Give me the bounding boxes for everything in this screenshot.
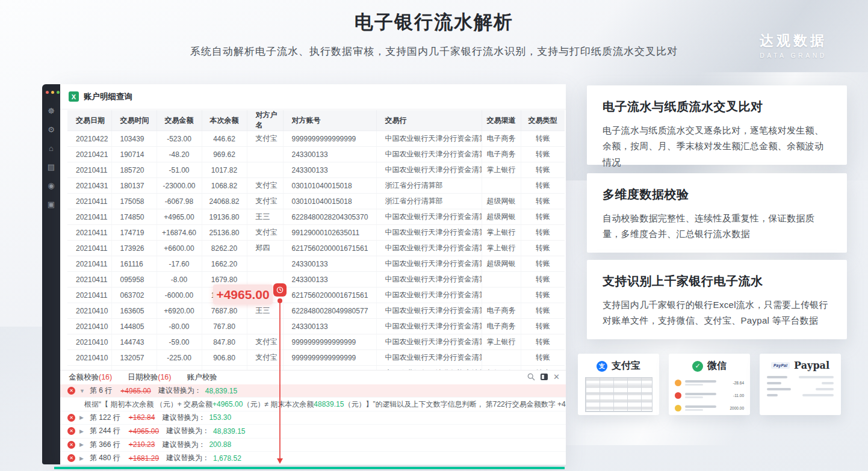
table-cell: 132057 <box>111 350 157 366</box>
report-icon[interactable]: ▤ <box>48 163 55 171</box>
table-cell: +6600.00 <box>157 241 202 256</box>
table-cell: -6000.00 <box>157 288 202 303</box>
suggested-amount: 153.30 <box>209 413 231 422</box>
table-cell: 支付宝 <box>247 194 283 209</box>
table-row[interactable]: 20210410113812-1000.001131.80243300133中国… <box>67 366 565 371</box>
table-cell: 转账 <box>521 209 565 225</box>
page-subtitle: 系统自动解析电子流水、执行数据审核，支持国内几千家银行流水识别，支持与打印纸质流… <box>0 45 868 58</box>
table-row[interactable]: 20210411161116-17.601662.20243300133中国农业… <box>67 256 565 272</box>
suggested-amount: 48,839.15 <box>205 387 237 395</box>
app-sidebar: ☸⚙⌂▤◉▣ <box>42 84 60 464</box>
table-cell: 中国农业银行天津分行资金清算中心 <box>376 225 482 241</box>
close-window-icon[interactable] <box>46 91 49 94</box>
caret-icon[interactable]: ▼ <box>79 388 85 394</box>
wechat-amount: -11.00 <box>733 393 744 398</box>
validation-item[interactable]: ✕▶第 122 行+162.84建议替换为：153.30 <box>60 411 566 425</box>
panel-layout-icon[interactable] <box>541 374 548 380</box>
feature-body: 电子流水与纸质流水交叉逐条比对，逐笔核对发生额、余额，按周、月、季末核对发生额汇… <box>603 123 831 170</box>
table-row[interactable]: 20210410163605+6920.007687.80王三622848002… <box>67 303 565 319</box>
table-row[interactable]: 20210411175058-6067.9824068.82支付宝0301010… <box>67 194 565 209</box>
caret-icon[interactable]: ▶ <box>79 428 85 434</box>
table-cell: 9999999999999999 <box>283 350 376 366</box>
table-cell: 095958 <box>111 272 157 288</box>
excel-file-icon: X <box>69 91 79 102</box>
table-cell: 446.62 <box>202 131 247 147</box>
table-cell: 转账 <box>521 350 565 366</box>
suggest-label: 建议替换为： <box>166 453 209 463</box>
table-cell: 中国农业银行天津分行资金清算中心 <box>376 366 482 371</box>
close-panel-icon[interactable]: ✕ <box>553 373 560 381</box>
table-row[interactable]: 20210411185720-51.001017.82243300133中国农业… <box>67 162 565 178</box>
table-row[interactable]: 20210410144743-59.00847.80支付宝99999999999… <box>67 334 565 350</box>
table-cell <box>482 288 521 303</box>
brand-logo: 达观数据 DATA GRAND <box>760 31 827 59</box>
table-row[interactable]: 20210411174719+16874.6025136.80支付宝991290… <box>67 225 565 241</box>
minimize-window-icon[interactable] <box>51 91 54 94</box>
table-cell: 中国农业银行天津分行资金清算中心 <box>376 147 482 162</box>
table-cell: 24068.82 <box>202 194 247 209</box>
brand-logo-en: DATA GRAND <box>760 52 827 59</box>
feature-title: 电子流水与纸质流水交叉比对 <box>603 99 831 115</box>
table-cell: 中国农业银行天津分行资金清算中心 <box>376 350 482 366</box>
table-cell: 20210411 <box>67 256 111 272</box>
table-cell: 19136.80 <box>202 209 247 225</box>
table-cell <box>247 256 283 272</box>
validation-tab[interactable]: 日期校验(16) <box>128 372 171 383</box>
validation-tab[interactable]: 金额校验(16) <box>69 372 112 383</box>
validation-item[interactable]: ✕▶第 366 行+210.23建议替换为：200.88 <box>60 439 566 452</box>
validation-row-label: 第 6 行 <box>90 386 112 396</box>
validation-tab[interactable]: 账户校验 <box>187 372 217 383</box>
table-cell: 243300133 <box>283 256 376 272</box>
feature-title: 支持识别上千家银行电子流水 <box>603 273 831 289</box>
validation-item[interactable]: ✕▶第 244 行+4965.00建议替换为：48,839.15 <box>60 425 566 438</box>
table-cell: 847.80 <box>202 334 247 350</box>
window-controls[interactable] <box>42 84 60 94</box>
table-row[interactable]: 20210410132057-225.00906.80支付宝9999999999… <box>67 350 565 366</box>
table-cell: 20210411 <box>67 225 111 241</box>
table-row[interactable]: 20210411174850+4965.0019136.80王三62284800… <box>67 209 565 225</box>
search-icon[interactable] <box>527 373 535 381</box>
caret-icon[interactable]: ▶ <box>79 414 85 420</box>
coin-icon[interactable]: ◉ <box>48 182 54 189</box>
gear-icon[interactable]: ⚙ <box>48 126 55 134</box>
table-cell: 6228480028049980577 <box>283 303 376 319</box>
table-cell: 9999999999999999 <box>283 334 376 350</box>
table-row[interactable]: 20210411063702-6000.001687.80郑四621756020… <box>67 288 565 303</box>
table-cell: 中国农业银行天津分行资金清算中心 <box>376 131 482 147</box>
validation-item[interactable]: ✕▼第 6 行+4965.00建议替换为：48,839.15 <box>60 384 566 398</box>
tab-label: 日期校验 <box>128 373 158 381</box>
table-cell: 063702 <box>111 288 157 303</box>
home-icon[interactable]: ⌂ <box>49 144 54 152</box>
dashboard-icon[interactable]: ☸ <box>48 107 55 115</box>
wechat-amount: -28.64 <box>733 381 744 385</box>
table-cell: 103439 <box>111 131 157 147</box>
archive-icon[interactable]: ▣ <box>48 200 55 208</box>
wechat-text-placeholder <box>685 405 730 411</box>
table-cell: 中国农业银行天津分行资金清算中心 <box>376 209 482 225</box>
feature-card-multi-dimension: 多维度数据校验 自动校验数据完整性、连续性及重复性，保证数据质量，多维度合并、汇… <box>587 173 847 253</box>
table-row[interactable]: 20210411173926+6600.008262.20郑四621756020… <box>67 241 565 256</box>
table-cell <box>247 147 283 162</box>
table-cell: 243300133 <box>283 162 376 178</box>
table-cell: 20210410 <box>67 334 111 350</box>
table-row[interactable]: 20210431180137-23000.001068.82支付宝0301010… <box>67 178 565 194</box>
wechat-merchant-icon <box>675 380 681 386</box>
table-cell: 243300133 <box>283 147 376 162</box>
table-cell: 转账 <box>521 319 565 334</box>
maximize-window-icon[interactable] <box>57 91 60 94</box>
table-row[interactable]: 20210422103439-523.00446.62支付宝9999999999… <box>67 131 565 147</box>
tab-count: (16) <box>99 373 112 381</box>
wechat-card: ✓ 微信 -28.64-11.002000.00 <box>669 354 750 415</box>
table-row[interactable]: 20210421190714-48.20969.62243300133中国农业银… <box>67 147 565 162</box>
alert-clock-icon[interactable] <box>273 283 287 297</box>
caret-icon[interactable]: ▶ <box>79 455 85 461</box>
table-cell: 161116 <box>111 256 157 272</box>
validation-item[interactable]: ✕▶第 480 行+1681.29建议替换为：1,678.52 <box>60 452 566 465</box>
tab-label: 金额校验 <box>69 373 99 381</box>
table-row[interactable]: 20210410144805-80.00767.80243300133中国农业银… <box>67 319 565 334</box>
table-row[interactable]: 20210411095958-8.001679.80243300133中国农业银… <box>67 272 565 288</box>
transaction-table: 交易日期交易时间交易金额本次余额对方户名对方账号交易行交易渠道交易类型 2021… <box>67 110 565 370</box>
paypal-logo-icon: PayPal <box>771 362 790 369</box>
caret-icon[interactable]: ▶ <box>79 442 85 448</box>
table-cell <box>482 178 521 194</box>
